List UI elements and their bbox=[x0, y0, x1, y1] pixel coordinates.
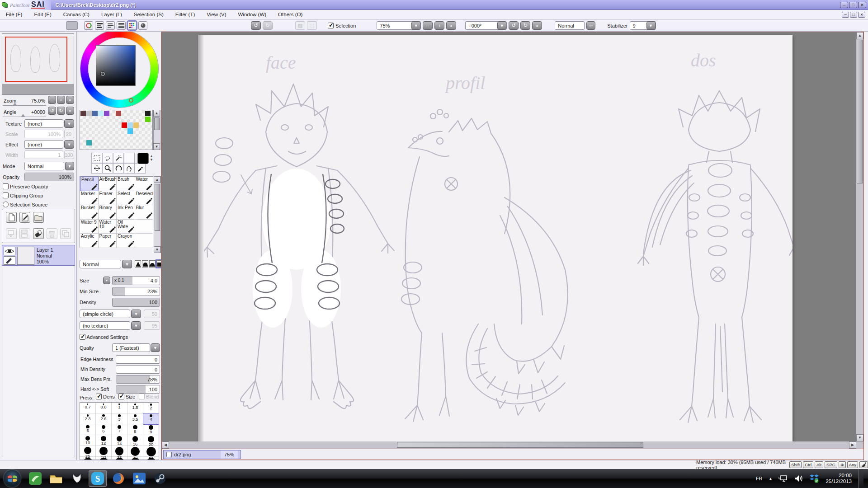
nav-rotate-reset-button[interactable]: ▪ bbox=[66, 107, 74, 115]
color-swatch[interactable] bbox=[116, 111, 121, 116]
clear-layer-icon[interactable] bbox=[33, 228, 44, 239]
rgb-slider-toggle-icon[interactable] bbox=[95, 21, 104, 30]
brush-tool-cell[interactable]: Water bbox=[135, 177, 154, 191]
media-app-icon[interactable] bbox=[26, 470, 44, 487]
dropbox-icon[interactable] bbox=[809, 474, 819, 483]
color-swatch[interactable] bbox=[86, 140, 92, 145]
eyedropper-icon[interactable] bbox=[135, 163, 146, 174]
magic-wand-icon[interactable] bbox=[113, 153, 124, 163]
size-preset-cell[interactable]: 7 bbox=[112, 424, 127, 435]
size-preset-cell[interactable] bbox=[143, 457, 159, 460]
swatches-toggle-icon[interactable] bbox=[117, 21, 126, 30]
document-tab[interactable]: dr2.png 75% bbox=[163, 450, 241, 459]
menu-item[interactable]: Canvas (C) bbox=[57, 10, 95, 19]
canvas-viewport[interactable]: face profil dos ▲ ▼ ◀ ▶ bbox=[162, 32, 863, 449]
tool-scroll-up-icon[interactable]: ▲ bbox=[154, 176, 160, 183]
brush-tool-cell[interactable]: Brush bbox=[117, 177, 135, 191]
brush-tool-cell[interactable]: Crayon bbox=[117, 234, 135, 248]
navigator-view-rect[interactable] bbox=[5, 37, 67, 82]
hand-tool-icon[interactable] bbox=[124, 163, 135, 174]
rotate-cw-button[interactable]: ↻ bbox=[520, 21, 530, 30]
color-swatch[interactable] bbox=[145, 117, 151, 122]
canvas-hscroll-thumb[interactable] bbox=[397, 442, 643, 448]
brush-blend-combo[interactable]: Normal bbox=[80, 260, 121, 268]
canvas-scroll-down-icon[interactable]: ▼ bbox=[856, 434, 863, 441]
color-swatch[interactable] bbox=[145, 111, 151, 116]
press-toggle[interactable]: Blend bbox=[139, 394, 159, 399]
advanced-param-slider[interactable]: 78% bbox=[116, 375, 160, 384]
nav-rotate-ccw-button[interactable]: ↺ bbox=[48, 107, 56, 115]
size-preset-cell[interactable]: 4 bbox=[143, 413, 159, 424]
hue-cursor[interactable] bbox=[129, 98, 133, 103]
size-preset-cell[interactable]: 0.7 bbox=[80, 403, 96, 413]
size-preset-cell[interactable]: 5 bbox=[80, 424, 96, 435]
menu-item[interactable]: Selection (S) bbox=[128, 10, 170, 19]
panel-collapse-button[interactable] bbox=[66, 21, 78, 30]
rect-select-icon[interactable] bbox=[91, 153, 102, 163]
zoom-tool-icon[interactable] bbox=[102, 163, 113, 174]
size-preset-cell[interactable]: 50 bbox=[143, 446, 159, 457]
scratchpad-toggle-icon[interactable] bbox=[138, 21, 147, 30]
color-swatch[interactable] bbox=[98, 111, 104, 116]
undo-button[interactable]: ↺ bbox=[251, 21, 261, 30]
size-preset-cell[interactable]: 9 bbox=[143, 424, 159, 435]
layer-opacity-slider[interactable]: 100% bbox=[24, 173, 74, 181]
canvas-vscrollbar[interactable]: ▲ ▼ bbox=[856, 32, 863, 441]
brush-tool-cell[interactable]: Oil Wate bbox=[117, 220, 135, 234]
size-preset-cell[interactable]: 30 bbox=[96, 446, 112, 457]
size-preset-cell[interactable] bbox=[96, 457, 112, 460]
quality-combo[interactable]: 1 (Fastest) bbox=[112, 343, 150, 352]
brush-tool-cell[interactable]: Water 9 bbox=[80, 220, 99, 234]
size-slider[interactable]: x 0.1 4.0 bbox=[112, 276, 160, 285]
canvas-scroll-right-icon[interactable]: ▶ bbox=[849, 441, 856, 449]
canvas-hscrollbar[interactable]: ◀ ▶ bbox=[162, 441, 856, 449]
density-slider[interactable]: 100 bbox=[112, 298, 160, 307]
nav-zoom-slider[interactable] bbox=[3, 105, 46, 106]
brush-shape-dropdown-icon[interactable]: ▼ bbox=[131, 310, 141, 318]
color-swatch[interactable] bbox=[92, 111, 98, 116]
size-preset-cell[interactable]: 40 bbox=[127, 446, 143, 457]
view-mode-dropdown-icon[interactable]: ⇦ bbox=[586, 21, 595, 30]
copy-layer-icon[interactable] bbox=[60, 228, 71, 239]
canvas-scroll-left-icon[interactable]: ◀ bbox=[162, 441, 169, 449]
nav-zoom-in-button[interactable]: + bbox=[57, 96, 65, 104]
language-indicator[interactable]: FR bbox=[756, 476, 763, 481]
zoom-reset-button[interactable]: ▪ bbox=[446, 21, 456, 30]
steam-icon[interactable] bbox=[151, 470, 169, 487]
brush-shape-combo[interactable]: (simple circle) bbox=[80, 310, 130, 318]
menu-item[interactable]: Others (O) bbox=[272, 10, 308, 19]
canvas-paper[interactable]: face profil dos bbox=[198, 35, 793, 441]
menu-item[interactable]: View (V) bbox=[201, 10, 232, 19]
brush-tool-cell[interactable]: Binary bbox=[99, 205, 117, 220]
new-layer-icon[interactable] bbox=[6, 212, 17, 223]
size-preset-cell[interactable]: 6 bbox=[96, 424, 112, 435]
zoom-out-button[interactable]: − bbox=[423, 21, 433, 30]
advanced-param-slider[interactable]: 0 bbox=[116, 365, 160, 374]
quality-dropdown-icon[interactable]: ▼ bbox=[151, 343, 160, 352]
press-toggle[interactable]: Dens bbox=[96, 394, 115, 399]
layer-visibility-eye-icon[interactable] bbox=[4, 247, 15, 255]
stabilizer-dropdown-icon[interactable]: ▼ bbox=[646, 21, 656, 30]
swatch-palette[interactable] bbox=[80, 110, 153, 150]
selection-toggle[interactable]: Selection bbox=[328, 23, 356, 28]
utorrent-icon[interactable] bbox=[68, 470, 86, 487]
tray-expand-icon[interactable]: ▲ bbox=[769, 477, 773, 481]
new-folder-icon[interactable] bbox=[33, 212, 44, 223]
color-swatch[interactable] bbox=[80, 111, 86, 116]
size-preset-cell[interactable]: 20 bbox=[143, 435, 159, 446]
lasso-icon[interactable] bbox=[102, 153, 113, 163]
canvas-vscroll-thumb[interactable] bbox=[857, 40, 863, 183]
nav-rotate-cw-button[interactable]: ↻ bbox=[57, 107, 65, 115]
transfer-down-icon[interactable] bbox=[6, 228, 17, 239]
firefox-icon[interactable] bbox=[109, 470, 127, 487]
brush-tool-cell[interactable]: Deselect bbox=[135, 191, 154, 206]
mdi-close-button[interactable]: ✕ bbox=[858, 12, 865, 18]
any-key-button[interactable]: Any bbox=[847, 461, 858, 468]
size-preset-cell[interactable]: 2 bbox=[143, 403, 159, 413]
brush-tool-cell[interactable]: Select bbox=[117, 191, 135, 206]
rotate-view-icon[interactable] bbox=[113, 163, 124, 174]
modifier-key-button[interactable]: Alt bbox=[815, 461, 823, 468]
advanced-settings-toggle[interactable]: Advanced Settings bbox=[80, 334, 128, 340]
size-preset-cell[interactable]: 10 bbox=[80, 435, 96, 446]
menu-item[interactable]: Window (W) bbox=[232, 10, 272, 19]
